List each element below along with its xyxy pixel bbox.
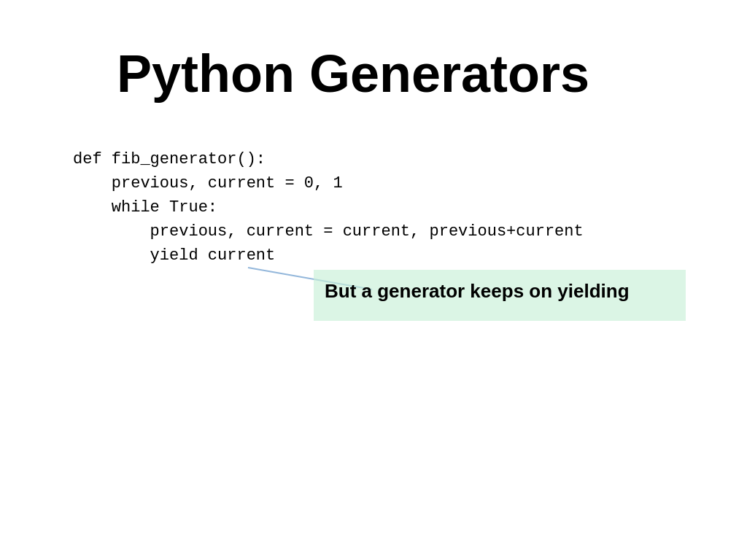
- annotation-text: But a generator keeps on yielding: [325, 277, 630, 306]
- code-line-3: while True:: [73, 195, 703, 219]
- code-block: def fib_generator(): previous, current =…: [44, 147, 703, 268]
- slide: Python Generators def fib_generator(): p…: [0, 0, 747, 560]
- code-line-4: previous, current = current, previous+cu…: [73, 219, 703, 244]
- slide-title: Python Generators: [44, 44, 703, 104]
- code-line-1: def fib_generator():: [73, 147, 703, 171]
- code-line-2: previous, current = 0, 1: [73, 171, 703, 195]
- code-line-5: yield current: [73, 244, 703, 268]
